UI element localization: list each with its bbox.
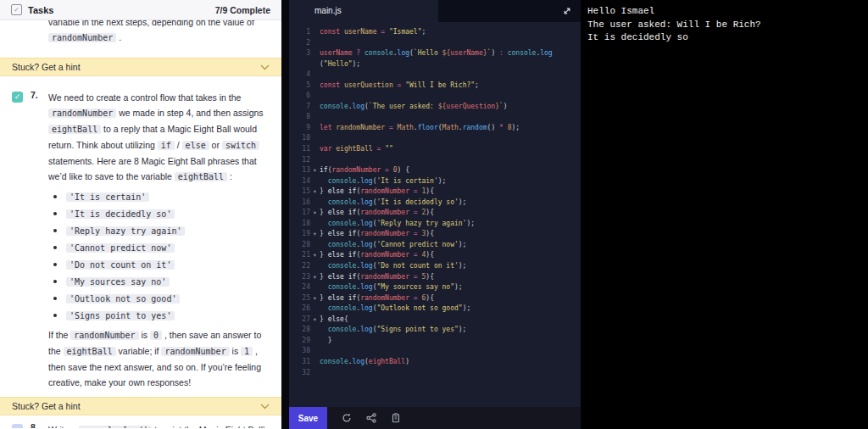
fold-gutter (310, 261, 320, 272)
code-line: 22 console.log('Do not count on it'); (289, 261, 581, 272)
phrase-item: 'Signs point to yes' (48, 307, 270, 324)
console-line: Hello Ismael (587, 5, 861, 19)
inline-code: eightBall (64, 347, 116, 356)
code-text: } else if(randomNumber = 5){ (320, 272, 581, 283)
inline-code: eightBall (48, 125, 101, 134)
line-number: 32 (289, 368, 310, 379)
code-line: 17▾} else if(randomNumber = 2){ (289, 208, 581, 219)
code-line: 13▾if(randomNumber = 0) { (289, 165, 581, 176)
fold-gutter (310, 81, 320, 92)
phrase-item: 'Reply hazy try again' (48, 222, 270, 239)
line-number: 22 (289, 261, 310, 272)
phrase-code: 'Reply hazy try again' (66, 226, 185, 236)
task7-intro: We need to create a control flow that ta… (48, 90, 270, 185)
code-text: console.log('It is decidedly so'); (320, 198, 581, 209)
code-text (320, 91, 581, 102)
phrase-item: 'Outlook not so good' (48, 290, 270, 307)
save-button[interactable]: Save (289, 407, 327, 429)
inline-code: randomNumber (70, 331, 138, 340)
line-number: 2 (289, 38, 310, 49)
inline-code: randomNumber (161, 347, 229, 356)
code-line: 4 (289, 70, 581, 81)
code-text: console.log("Outlook not so good"); (320, 304, 581, 315)
hint-bar[interactable]: Stuck? Get a hint (0, 58, 281, 76)
code-text: var eightBall = "" (320, 144, 581, 155)
inline-code: else (182, 141, 209, 150)
fold-gutter (310, 48, 320, 70)
code-line: 24 console.log("My sources say no"); (289, 282, 581, 293)
line-number: 29 (289, 336, 310, 347)
tab-main-js[interactable]: main.js (289, 0, 438, 22)
fold-gutter (310, 240, 320, 251)
fold-gutter (310, 346, 320, 357)
code-line: 21▾} else if(randomNumber = 4){ (289, 250, 581, 261)
code-text: let randomNumber = Math.floor(Math.rando… (320, 123, 581, 134)
code-text: console.log(`The user asked: ${userQuest… (320, 102, 581, 113)
panel-resize-divider[interactable] (281, 0, 289, 429)
code-line: 10 (289, 133, 581, 144)
fold-gutter (310, 282, 320, 293)
code-text: } else if(randomNumber = 2){ (320, 208, 581, 219)
line-number: 26 (289, 304, 310, 315)
task7-body: We need to create a control flow that ta… (48, 90, 270, 390)
code-line: 19▾} else if(randomNumber = 3){ (289, 229, 581, 240)
fold-gutter (310, 70, 320, 81)
fold-arrow-icon: ▾ (310, 315, 320, 326)
code-line: 9let randomNumber = Math.floor(Math.rand… (289, 123, 581, 134)
line-number: 11 (289, 144, 310, 155)
inline-code: 0 (150, 331, 162, 340)
code-line: 20 console.log('Cannot predict now'); (289, 240, 581, 251)
code-text: console.log("My sources say no"); (320, 282, 581, 293)
code-text: console.log(eightBall) (320, 357, 581, 368)
code-line: 6 (289, 91, 581, 102)
copy-button[interactable] (391, 413, 401, 423)
code-line: 18 console.log('Reply hazy try again'); (289, 219, 581, 230)
task7-outro: If the randomNumber is 0 , then save an … (48, 327, 270, 390)
expand-editor-button[interactable] (562, 6, 572, 16)
clipped-paragraph: variable in the next steps, depending on… (48, 20, 270, 46)
fold-gutter (310, 112, 320, 123)
code-line: 28 console.log("Signs point to yes"); (289, 325, 581, 336)
hint-bar[interactable]: Stuck? Get a hint (0, 397, 281, 415)
phrase-code: 'It is decidedly so' (66, 209, 175, 219)
fold-gutter (310, 176, 320, 187)
console-line: The user asked: Will I be Rich? (587, 19, 861, 32)
reset-button[interactable] (342, 413, 352, 423)
line-number: 20 (289, 240, 310, 251)
inline-code: eightBall (175, 172, 227, 181)
code-line: 16 console.log('It is decidedly so'); (289, 198, 581, 209)
expand-icon (562, 6, 572, 16)
line-number: 24 (289, 282, 310, 293)
code-editor-content[interactable]: 1const userName = "Ismael";23userName ? … (289, 22, 581, 407)
fold-arrow-icon: ▾ (310, 293, 320, 304)
line-number: 8 (289, 112, 310, 123)
phrase-code: 'Cannot predict now' (66, 243, 175, 253)
code-line: 12 (289, 155, 581, 166)
fold-gutter (310, 357, 320, 368)
line-number: 3 (289, 48, 310, 70)
inline-code: 1 (241, 347, 253, 356)
console-output-panel: Hello IsmaelThe user asked: Will I be Ri… (581, 0, 868, 429)
code-text: } else if(randomNumber = 3){ (320, 229, 581, 240)
phrase-code: 'My sources say no' (66, 277, 170, 287)
share-button[interactable] (366, 413, 376, 423)
bullet-dot (53, 314, 57, 317)
code-line: 1const userName = "Ismael"; (289, 27, 581, 38)
code-text (320, 70, 581, 81)
line-number: 1 (289, 27, 310, 38)
code-text (320, 368, 581, 379)
task8-number: 8. (31, 422, 48, 428)
code-line: 15▾} else if(randomNumber = 1){ (289, 187, 581, 198)
code-text: } else{ (320, 315, 581, 326)
code-line: 29 } (289, 336, 581, 347)
refresh-icon (342, 413, 352, 423)
line-number: 5 (289, 81, 310, 92)
phrase-code: 'Signs point to yes' (66, 311, 175, 320)
line-number: 31 (289, 357, 310, 368)
phrase-item: 'Cannot predict now' (48, 239, 270, 256)
code-text: console.log('Cannot predict now'); (320, 240, 581, 251)
code-text: const userName = "Ismael"; (320, 27, 581, 38)
code-line: 26 console.log("Outlook not so good"); (289, 304, 581, 315)
bullet-dot (53, 280, 57, 283)
code-text: const userQuestion = "Will I be Rich?"; (320, 81, 581, 92)
